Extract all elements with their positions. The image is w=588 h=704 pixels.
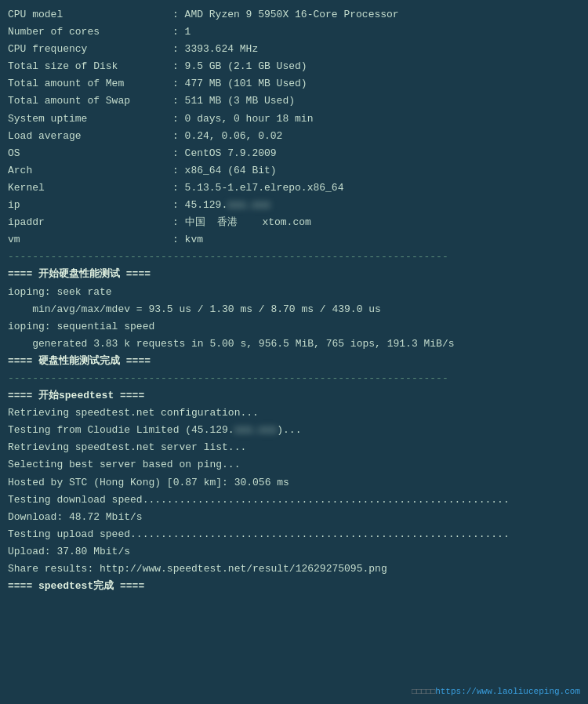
terminal-line-5: Total amount of Swap: 511 MB (3 MB Used) [8,93,580,110]
line-value-0: : AMD Ryzen 9 5950X 16-Core Processor [172,6,399,24]
terminal-line-29: Download: 48.72 Mbit/s [8,509,580,526]
watermark-link[interactable]: https://www.laoliuceping.com [435,687,580,696]
terminal-line-23: Retrieving speedtest.net configuration..… [8,405,580,422]
terminal-line-26: Selecting best server based on ping... [8,456,580,474]
terminal-line-12: ipaddr: 中国 香港 xtom.com [8,214,580,231]
terminal-line-4: Total amount of Mem: 477 MB (101 MB Used… [8,75,580,93]
terminal-line-31: Upload: 37.80 Mbit/s [8,543,580,561]
line-value-6: : 0 days, 0 hour 18 min [172,111,313,128]
line-before-24: Testing from Cloudie Limited (45.129. [8,424,234,436]
terminal-line-22: ==== 开始speedtest ==== [8,387,580,405]
watermark-squares: □□□□□ [412,688,435,696]
line-value-11: : 45.129. [172,197,227,214]
line-label-4: Total amount of Mem [8,75,172,93]
line-value-4: : 477 MB (101 MB Used) [172,75,307,93]
terminal-line-16: ioping: seek rate [8,284,580,301]
terminal-line-21: ----------------------------------------… [8,370,580,387]
line-value-13: : kvm [172,231,203,249]
terminal-line-25: Retrieving speedtest.net server list... [8,439,580,456]
line-value-1: : 1 [172,24,191,41]
terminal-line-19: generated 3.83 k requests in 5.00 s, 956… [8,336,580,353]
terminal-line-27: Hosted by STC (Hong Kong) [0.87 km]: 30.… [8,474,580,492]
line-value-12: : 中国 香港 xtom.com [172,214,311,231]
line-label-6: System uptime [8,111,172,128]
terminal-line-18: ioping: sequential speed [8,318,580,336]
line-value-5: : 511 MB (3 MB Used) [172,93,295,110]
terminal-line-14: ----------------------------------------… [8,249,580,266]
line-label-3: Total size of Disk [8,58,172,75]
terminal-line-15: ==== 开始硬盘性能测试 ==== [8,266,580,283]
terminal-line-2: CPU frequency: 3393.624 MHz [8,41,580,58]
terminal-line-6: System uptime: 0 days, 0 hour 18 min [8,111,580,128]
watermark: □□□□□https://www.laoliuceping.com [412,687,580,696]
line-label-11: ip [8,197,172,214]
terminal-line-32: Share results: http://www.speedtest.net/… [8,561,580,578]
line-label-5: Total amount of Swap [8,93,172,110]
terminal-line-9: Arch: x86_64 (64 Bit) [8,162,580,180]
line-label-7: Load average [8,128,172,145]
terminal-line-0: CPU model: AMD Ryzen 9 5950X 16-Core Pro… [8,6,580,24]
line-label-2: CPU frequency [8,41,172,58]
line-value-3: : 9.5 GB (2.1 GB Used) [172,58,307,75]
line-label-10: Kernel [8,180,172,197]
terminal-line-24: Testing from Cloudie Limited (45.129.xxx… [8,422,580,439]
line-label-8: OS [8,145,172,162]
terminal-line-28: Testing download speed..................… [8,492,580,509]
line-value-9: : x86_64 (64 Bit) [172,162,277,180]
line-value-8: : CentOS 7.9.2009 [172,145,277,162]
line-after-24: )... [277,424,301,436]
line-blurred-24: xxx.xxx [234,422,278,439]
terminal-line-8: OS: CentOS 7.9.2009 [8,145,580,162]
line-value-2: : 3393.624 MHz [172,41,258,58]
line-label-9: Arch [8,162,172,180]
line-value-10: : 5.13.5-1.el7.elrepo.x86_64 [172,180,343,197]
terminal-line-7: Load average: 0.24, 0.06, 0.02 [8,128,580,145]
terminal-line-3: Total size of Disk: 9.5 GB (2.1 GB Used) [8,58,580,75]
terminal-line-10: Kernel: 5.13.5-1.el7.elrepo.x86_64 [8,180,580,197]
line-label-12: ipaddr [8,214,172,231]
terminal-line-33: ==== speedtest完成 ==== [8,578,580,595]
terminal-line-20: ==== 硬盘性能测试完成 ==== [8,353,580,370]
line-value-7: : 0.24, 0.06, 0.02 [172,128,282,145]
terminal-line-1: Number of cores: 1 [8,24,580,41]
terminal-line-30: Testing upload speed....................… [8,526,580,543]
line-label-0: CPU model [8,6,172,24]
line-blurred-11: xxx.xxx [227,197,270,214]
terminal-line-11: ip: 45.129.xxx.xxx [8,197,580,214]
terminal-line-17: min/avg/max/mdev = 93.5 us / 1.30 ms / 8… [8,301,580,318]
terminal-output: CPU model: AMD Ryzen 9 5950X 16-Core Pro… [8,6,580,595]
terminal-line-13: vm: kvm [8,231,580,249]
line-label-13: vm [8,231,172,249]
line-label-1: Number of cores [8,24,172,41]
